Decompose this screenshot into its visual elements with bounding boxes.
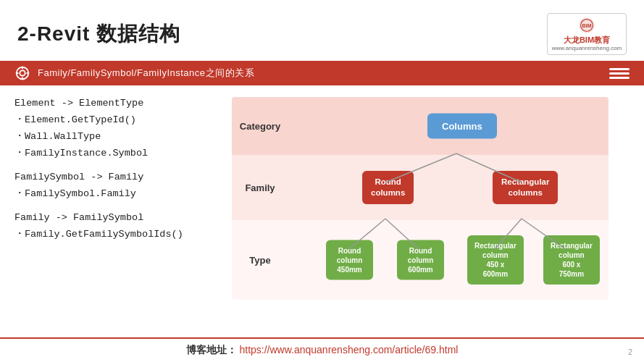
svg-point-4 <box>20 70 25 75</box>
row-category-bg: Category Columns <box>232 97 609 155</box>
code-block-3: Family -> FamilySymbol Family.GetFamilyS… <box>14 210 217 243</box>
category-content: Columns <box>283 97 609 155</box>
right-diagram: Category Columns Family Round columns Re… <box>232 93 630 346</box>
code-block-1: Element -> ElementType Element.GetTypeId… <box>14 96 217 162</box>
target-icon <box>14 65 30 81</box>
banner-text: Family/FamilySymbol/FamilyInstance之间的关系 <box>38 67 602 80</box>
logo-box: BIM 大龙BIM教育 www.anquanrensheng.com <box>547 13 627 55</box>
block2-title: FamilySymbol -> Family <box>14 169 217 186</box>
type-label: Type <box>232 255 283 266</box>
node-round-col-450: Round column 450mm <box>326 240 373 280</box>
block1-item-2: Wall.WallType <box>14 129 217 146</box>
footer-url[interactable]: https://www.anquanrensheng.com/article/6… <box>239 344 458 355</box>
left-text-panel: Element -> ElementType Element.GetTypeId… <box>14 93 217 346</box>
footer-label: 博客地址： <box>186 344 237 355</box>
red-banner: Family/FamilySymbol/FamilyInstance之间的关系 <box>0 61 644 85</box>
logo-icon: BIM <box>575 17 598 34</box>
block2-item-1: FamilySymbol.Family <box>14 186 217 203</box>
logo-website: www.anquanrensheng.com <box>552 45 622 51</box>
block1-item-1: Element.GetTypeId() <box>14 112 217 129</box>
row-type-bg: Type Round column 450mm Round column 600… <box>232 220 609 300</box>
block1-title: Element -> ElementType <box>14 96 217 112</box>
node-round-col-600: Round column 600mm <box>397 240 444 280</box>
svg-text:BIM: BIM <box>582 23 591 29</box>
main-content: Element -> ElementType Element.GetTypeId… <box>0 85 644 346</box>
logo-name: 大龙BIM教育 <box>564 35 610 45</box>
footer: 博客地址： https://www.anquanrensheng.com/art… <box>0 337 644 362</box>
node-rect-col-450: Rectangular column 450 x 600mm <box>467 235 524 285</box>
node-rect-col-600: Rectangular column 600 x 750mm <box>543 235 600 285</box>
block3-title: Family -> FamilySymbol <box>14 210 217 227</box>
node-rectangular-columns: Rectangular columns <box>493 171 558 204</box>
family-label: Family <box>232 182 283 193</box>
page-number: 2 <box>628 348 632 356</box>
node-round-columns: Round columns <box>362 171 414 204</box>
row-family-bg: Family Round columns Rectangular columns <box>232 155 609 220</box>
category-label: Category <box>232 121 283 132</box>
code-block-2: FamilySymbol -> Family FamilySymbol.Fami… <box>14 169 217 203</box>
block3-item-1: Family.GetFamilySymbolIds() <box>14 227 217 243</box>
type-content: Round column 450mm Round column 600mm Re… <box>283 220 609 300</box>
footer-text: 博客地址： https://www.anquanrensheng.com/art… <box>186 344 459 357</box>
diagram-wrapper: Category Columns Family Round columns Re… <box>232 97 609 307</box>
family-content: Round columns Rectangular columns <box>283 155 609 220</box>
page-title: 2-Revit 数据结构 <box>17 20 180 48</box>
node-columns: Columns <box>427 114 497 139</box>
banner-lines-icon <box>609 68 630 79</box>
block1-item-3: FamilyInstance.Symbol <box>14 146 217 162</box>
header: 2-Revit 数据结构 BIM 大龙BIM教育 www.anquanrensh… <box>0 0 644 61</box>
